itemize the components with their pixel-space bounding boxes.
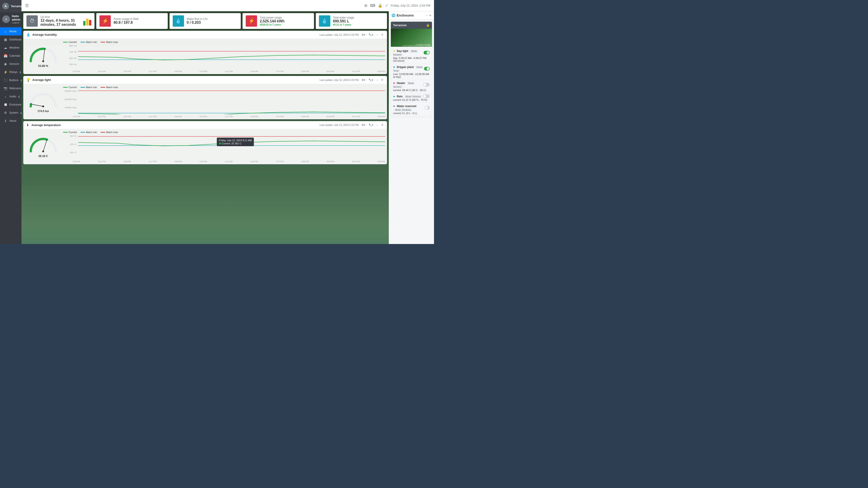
chart-minimize-btn[interactable]: −: [375, 123, 379, 127]
sidebar-item-calendar[interactable]: 📅 Calendar: [0, 52, 22, 60]
sidebar-item-home[interactable]: ⌂ Home: [0, 27, 22, 35]
stat-sub: €629.52 in 7 years: [260, 23, 311, 26]
chart-wrench-btn[interactable]: 🔧▾: [368, 123, 374, 127]
device-detail-3: current: 61.21 % (60 % - 70 %): [393, 98, 430, 101]
keyboard-icon[interactable]: ⌨: [370, 3, 375, 8]
avatar: A: [2, 15, 10, 23]
stat-value-power_watt: 80.8 / 197.8: [114, 21, 164, 25]
logout-link[interactable]: Logout: [12, 21, 20, 24]
chart-area-humidity: Current Alarm min Alarm max 80 %70 %60 %…: [63, 41, 385, 72]
chart-icon-light: 💡: [26, 78, 31, 82]
device-item-3: ● Rain Mode: Sensors current: 61.21 % (6…: [391, 93, 432, 103]
sidebar-item-weather[interactable]: ☁ Weather: [0, 43, 22, 52]
chart-wrench-btn[interactable]: 🔧▾: [368, 33, 374, 37]
svg-point-13: [42, 105, 44, 107]
brand-name: TerrariumPI: [11, 4, 22, 8]
dashboard-icon: ▦: [3, 38, 7, 41]
check-icon[interactable]: ✓: [385, 3, 388, 8]
stat-icon-uptime: ⏱: [26, 15, 38, 27]
stat-value-total_water: 690.591 L: [333, 19, 384, 23]
bar-1: [83, 21, 86, 26]
legend-alarm-max: Alarm max: [101, 86, 118, 89]
sidebar: A TerrariumPI A Hello admin Logout ⌂ Hom…: [0, 0, 22, 244]
device-name-0: Day light: [397, 50, 408, 53]
user-name: Hello admin: [12, 14, 20, 21]
chart-legend-temperature: Current Alarm min Alarm max: [63, 131, 385, 133]
arrow-icon: ❮: [18, 95, 20, 98]
sidebar-label-system: System: [9, 111, 18, 114]
navbar-datetime: Friday, July 12, 2024, 2:03 PM: [391, 4, 430, 7]
panel-close-btn[interactable]: ✕: [429, 14, 431, 17]
navbar-left: ☰: [25, 3, 362, 8]
device-toggle-4[interactable]: [425, 106, 430, 109]
legend-alarm-min: Alarm min: [81, 86, 97, 89]
chart-minimize-btn[interactable]: −: [375, 33, 379, 37]
device-header-0: ● Day light Mode: Weather: [393, 49, 430, 56]
gauge-svg-light: [29, 91, 58, 109]
terrarium-img-desc: a lush green field next to a river: [402, 44, 431, 47]
sidebar-item-buttons[interactable]: ⬛ Buttons ❮: [0, 76, 22, 84]
main-content: ⏱ Up time 12 days, 4 hours, 31 minutes, …: [22, 11, 389, 244]
sidebar-item-relays[interactable]: ⚡ Relays ❮: [0, 68, 22, 76]
device-toggle-2[interactable]: [423, 83, 430, 87]
stat-card-total_power: ⚡ Total power usage 2,525.144 kWh €629.5…: [243, 13, 314, 29]
svg-text:60 %: 60 %: [69, 57, 77, 60]
right-panel-title: 🌐 Enclosures: [392, 13, 414, 17]
chart-controls-light: ⚙▾ 🔧▾ − ✕: [361, 78, 384, 82]
sidebar-item-dashboard[interactable]: ▦ Dashboard: [0, 35, 22, 43]
chart-close-btn[interactable]: ✕: [380, 78, 384, 82]
home-icon: ⌂: [3, 30, 7, 33]
svg-text:25 C: 25 C: [70, 143, 77, 145]
chart-close-btn[interactable]: ✕: [380, 123, 384, 127]
sidebar-item-about[interactable]: ℹ About: [0, 117, 22, 125]
device-toggle-3[interactable]: [423, 94, 430, 98]
chart-header-light: 💡 Average light Last update: July 12, 20…: [23, 76, 387, 84]
x-axis-labels: 2:23 PM3:01 PM3:39 PM4:17 PM4:55 PM5:33 …: [63, 160, 385, 163]
toggle-knob-0: [427, 51, 429, 54]
legend-dot-current: [63, 42, 68, 42]
chart-header-humidity: 💧 Average humidity Last update: July 12,…: [23, 31, 387, 39]
chart-body-light: 174.5 lux Current Alarm min Alarm max: [23, 84, 387, 119]
sidebar-label-dashboard: Dashboard: [9, 38, 22, 41]
terrarium-lock-icon: 🔒: [426, 24, 430, 27]
device-toggle-1[interactable]: [424, 67, 430, 70]
device-name-3: Rain: [397, 95, 403, 98]
user-info: Hello admin Logout: [12, 14, 20, 24]
chart-title-humidity: Average humidity: [32, 33, 318, 36]
panel-minimize-btn[interactable]: −: [426, 14, 428, 17]
gauge-label-humidity: 53.88 %: [38, 64, 48, 68]
hamburger-button[interactable]: ☰: [25, 3, 29, 8]
svg-line-22: [43, 140, 47, 151]
device-item-1: ● Dripper plant Mode: Timer Low: 12:00:0…: [391, 64, 432, 80]
webcams-icon: 📷: [3, 87, 7, 90]
device-mode-4: Mode: Disabled: [394, 108, 412, 111]
chart-settings-btn[interactable]: ⚙▾: [361, 33, 366, 37]
svg-text:1000 lux: 1000 lux: [64, 106, 76, 109]
main-wrapper: ☰ ⊞ ⌨ 🔒 ✓ Friday, July 12, 2024, 2:03 PM: [22, 0, 434, 244]
chart-minimize-btn[interactable]: −: [375, 78, 379, 82]
chart-settings-btn[interactable]: ⚙▾: [361, 78, 366, 82]
stat-label-uptime: Up time: [40, 15, 81, 19]
grid-icon[interactable]: ⊞: [364, 3, 367, 8]
sidebar-item-system[interactable]: ⚙ System ❮: [0, 109, 22, 117]
lock-icon[interactable]: 🔒: [378, 3, 382, 8]
sidebar-item-sensors[interactable]: ◉ Sensors ❮: [0, 60, 22, 68]
sidebar-item-webcams[interactable]: 📷 Webcams ❮: [0, 84, 22, 92]
relays-icon: ⚡: [3, 70, 7, 74]
device-toggle-0[interactable]: [424, 51, 430, 55]
chart-close-btn[interactable]: ✕: [380, 33, 384, 37]
legend-dot-alarm-min: [81, 132, 85, 133]
calendar-icon: 📅: [3, 54, 7, 58]
stat-icon-power_watt: ⚡: [99, 15, 111, 27]
chart-settings-btn[interactable]: ⚙▾: [361, 123, 366, 127]
system-icon: ⚙: [3, 111, 7, 115]
chart-wrench-btn[interactable]: 🔧▾: [368, 78, 374, 82]
sidebar-item-audio[interactable]: ♪ Audio ❮: [0, 92, 22, 101]
stat-body-power_watt: Power usage in Watt 80.8 / 197.8: [114, 18, 164, 25]
svg-point-23: [42, 151, 44, 152]
chart-updated-humidity: Last update: July 12, 2024 2:23 PM: [320, 33, 359, 36]
navbar-right: ⊞ ⌨ 🔒 ✓ Friday, July 12, 2024, 2:03 PM: [364, 3, 430, 8]
legend-current: Current: [63, 131, 77, 133]
stat-value-water_flow: 0 / 0.203: [187, 21, 238, 25]
sidebar-item-enclosures[interactable]: 🔲 Enclosures ❮: [0, 101, 22, 109]
